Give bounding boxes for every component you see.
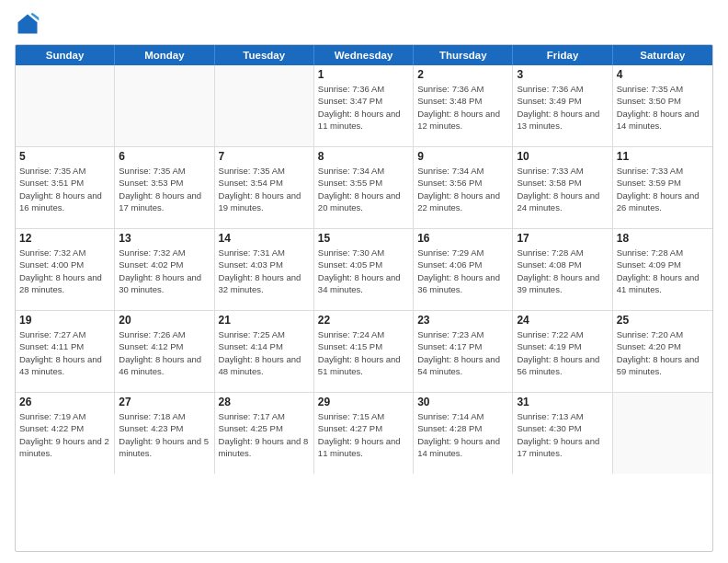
day-info: Sunrise: 7:31 AM Sunset: 4:03 PM Dayligh… [219, 247, 310, 295]
day-number: 17 [517, 232, 608, 245]
day-cell-14: 14Sunrise: 7:31 AM Sunset: 4:03 PM Dayli… [215, 229, 314, 310]
day-cell-3: 3Sunrise: 7:36 AM Sunset: 3:49 PM Daylig… [513, 65, 612, 146]
day-cell-29: 29Sunrise: 7:15 AM Sunset: 4:27 PM Dayli… [314, 393, 414, 474]
calendar-row-2: 5Sunrise: 7:35 AM Sunset: 3:51 PM Daylig… [16, 146, 712, 228]
header [15, 11, 713, 37]
day-info: Sunrise: 7:35 AM Sunset: 3:50 PM Dayligh… [617, 83, 709, 132]
day-info: Sunrise: 7:34 AM Sunset: 3:55 PM Dayligh… [318, 165, 409, 213]
day-number: 10 [517, 150, 608, 163]
day-number: 5 [19, 150, 110, 163]
header-day-thursday: Thursday [414, 45, 513, 65]
day-cell-22: 22Sunrise: 7:24 AM Sunset: 4:15 PM Dayli… [314, 311, 414, 392]
day-cell-13: 13Sunrise: 7:32 AM Sunset: 4:02 PM Dayli… [115, 229, 214, 310]
calendar-body: 1Sunrise: 7:36 AM Sunset: 3:47 PM Daylig… [16, 65, 712, 474]
empty-cell-4-6 [613, 393, 712, 474]
day-cell-20: 20Sunrise: 7:26 AM Sunset: 4:12 PM Dayli… [115, 311, 214, 392]
day-number: 24 [517, 314, 608, 327]
day-info: Sunrise: 7:24 AM Sunset: 4:15 PM Dayligh… [318, 328, 409, 377]
day-info: Sunrise: 7:18 AM Sunset: 4:23 PM Dayligh… [119, 410, 210, 459]
day-number: 15 [318, 232, 409, 245]
day-number: 18 [617, 232, 709, 245]
day-number: 29 [318, 396, 409, 408]
day-cell-30: 30Sunrise: 7:14 AM Sunset: 4:28 PM Dayli… [414, 393, 513, 474]
day-info: Sunrise: 7:26 AM Sunset: 4:12 PM Dayligh… [119, 328, 210, 377]
day-number: 11 [617, 150, 709, 163]
day-number: 12 [19, 232, 110, 245]
day-info: Sunrise: 7:13 AM Sunset: 4:30 PM Dayligh… [517, 410, 608, 459]
day-info: Sunrise: 7:15 AM Sunset: 4:27 PM Dayligh… [318, 410, 409, 459]
logo [15, 11, 44, 37]
day-cell-11: 11Sunrise: 7:33 AM Sunset: 3:59 PM Dayli… [613, 147, 712, 228]
day-number: 27 [119, 396, 210, 408]
day-cell-26: 26Sunrise: 7:19 AM Sunset: 4:22 PM Dayli… [16, 393, 115, 474]
day-info: Sunrise: 7:14 AM Sunset: 4:28 PM Dayligh… [417, 410, 508, 459]
day-number: 22 [318, 314, 409, 327]
day-cell-27: 27Sunrise: 7:18 AM Sunset: 4:23 PM Dayli… [115, 393, 214, 474]
logo-icon [15, 11, 40, 37]
day-info: Sunrise: 7:20 AM Sunset: 4:20 PM Dayligh… [617, 328, 709, 377]
day-info: Sunrise: 7:33 AM Sunset: 3:59 PM Dayligh… [617, 165, 709, 213]
page: SundayMondayTuesdayWednesdayThursdayFrid… [0, 0, 728, 563]
day-info: Sunrise: 7:36 AM Sunset: 3:48 PM Dayligh… [417, 83, 508, 132]
day-cell-5: 5Sunrise: 7:35 AM Sunset: 3:51 PM Daylig… [16, 147, 115, 228]
header-day-sunday: Sunday [16, 45, 115, 65]
day-cell-7: 7Sunrise: 7:35 AM Sunset: 3:54 PM Daylig… [215, 147, 314, 228]
day-cell-18: 18Sunrise: 7:28 AM Sunset: 4:09 PM Dayli… [613, 229, 712, 310]
svg-marker-0 [18, 15, 38, 34]
day-cell-16: 16Sunrise: 7:29 AM Sunset: 4:06 PM Dayli… [414, 229, 513, 310]
day-info: Sunrise: 7:34 AM Sunset: 3:56 PM Dayligh… [417, 165, 508, 213]
calendar-row-3: 12Sunrise: 7:32 AM Sunset: 4:00 PM Dayli… [16, 228, 712, 310]
day-number: 3 [517, 68, 608, 81]
day-info: Sunrise: 7:33 AM Sunset: 3:58 PM Dayligh… [517, 165, 608, 213]
calendar-row-5: 26Sunrise: 7:19 AM Sunset: 4:22 PM Dayli… [16, 392, 712, 474]
empty-cell-0-0 [16, 65, 115, 146]
day-number: 31 [517, 396, 608, 408]
day-cell-24: 24Sunrise: 7:22 AM Sunset: 4:19 PM Dayli… [513, 311, 612, 392]
day-info: Sunrise: 7:35 AM Sunset: 3:54 PM Dayligh… [219, 165, 310, 213]
day-cell-4: 4Sunrise: 7:35 AM Sunset: 3:50 PM Daylig… [613, 65, 712, 146]
day-number: 16 [417, 232, 508, 245]
day-number: 7 [219, 150, 310, 163]
day-number: 21 [219, 314, 310, 327]
day-info: Sunrise: 7:29 AM Sunset: 4:06 PM Dayligh… [417, 247, 508, 295]
day-info: Sunrise: 7:22 AM Sunset: 4:19 PM Dayligh… [517, 328, 608, 377]
day-cell-2: 2Sunrise: 7:36 AM Sunset: 3:48 PM Daylig… [414, 65, 513, 146]
empty-cell-0-2 [215, 65, 314, 146]
day-cell-8: 8Sunrise: 7:34 AM Sunset: 3:55 PM Daylig… [314, 147, 414, 228]
day-info: Sunrise: 7:19 AM Sunset: 4:22 PM Dayligh… [19, 410, 110, 459]
day-info: Sunrise: 7:36 AM Sunset: 3:49 PM Dayligh… [517, 83, 608, 132]
day-info: Sunrise: 7:35 AM Sunset: 3:51 PM Dayligh… [19, 165, 110, 213]
calendar-row-4: 19Sunrise: 7:27 AM Sunset: 4:11 PM Dayli… [16, 310, 712, 392]
empty-cell-0-1 [115, 65, 214, 146]
header-day-monday: Monday [115, 45, 214, 65]
day-number: 20 [119, 314, 210, 327]
header-day-friday: Friday [513, 45, 612, 65]
day-info: Sunrise: 7:25 AM Sunset: 4:14 PM Dayligh… [219, 328, 310, 377]
day-cell-31: 31Sunrise: 7:13 AM Sunset: 4:30 PM Dayli… [513, 393, 612, 474]
day-info: Sunrise: 7:27 AM Sunset: 4:11 PM Dayligh… [19, 328, 110, 377]
day-number: 28 [219, 396, 310, 408]
day-cell-23: 23Sunrise: 7:23 AM Sunset: 4:17 PM Dayli… [414, 311, 513, 392]
day-number: 4 [617, 68, 709, 81]
day-cell-17: 17Sunrise: 7:28 AM Sunset: 4:08 PM Dayli… [513, 229, 612, 310]
day-info: Sunrise: 7:28 AM Sunset: 4:08 PM Dayligh… [517, 247, 608, 295]
day-cell-9: 9Sunrise: 7:34 AM Sunset: 3:56 PM Daylig… [414, 147, 513, 228]
day-number: 6 [119, 150, 210, 163]
calendar-header: SundayMondayTuesdayWednesdayThursdayFrid… [16, 45, 712, 65]
day-number: 23 [417, 314, 508, 327]
day-cell-12: 12Sunrise: 7:32 AM Sunset: 4:00 PM Dayli… [16, 229, 115, 310]
day-number: 19 [19, 314, 110, 327]
day-info: Sunrise: 7:28 AM Sunset: 4:09 PM Dayligh… [617, 247, 709, 295]
day-cell-1: 1Sunrise: 7:36 AM Sunset: 3:47 PM Daylig… [314, 65, 414, 146]
day-number: 30 [417, 396, 508, 408]
day-cell-28: 28Sunrise: 7:17 AM Sunset: 4:25 PM Dayli… [215, 393, 314, 474]
day-info: Sunrise: 7:17 AM Sunset: 4:25 PM Dayligh… [219, 410, 310, 459]
day-number: 8 [318, 150, 409, 163]
day-number: 2 [417, 68, 508, 81]
header-day-saturday: Saturday [613, 45, 712, 65]
day-number: 13 [119, 232, 210, 245]
day-cell-25: 25Sunrise: 7:20 AM Sunset: 4:20 PM Dayli… [613, 311, 712, 392]
header-day-wednesday: Wednesday [314, 45, 414, 65]
day-info: Sunrise: 7:30 AM Sunset: 4:05 PM Dayligh… [318, 247, 409, 295]
day-info: Sunrise: 7:32 AM Sunset: 4:02 PM Dayligh… [119, 247, 210, 295]
